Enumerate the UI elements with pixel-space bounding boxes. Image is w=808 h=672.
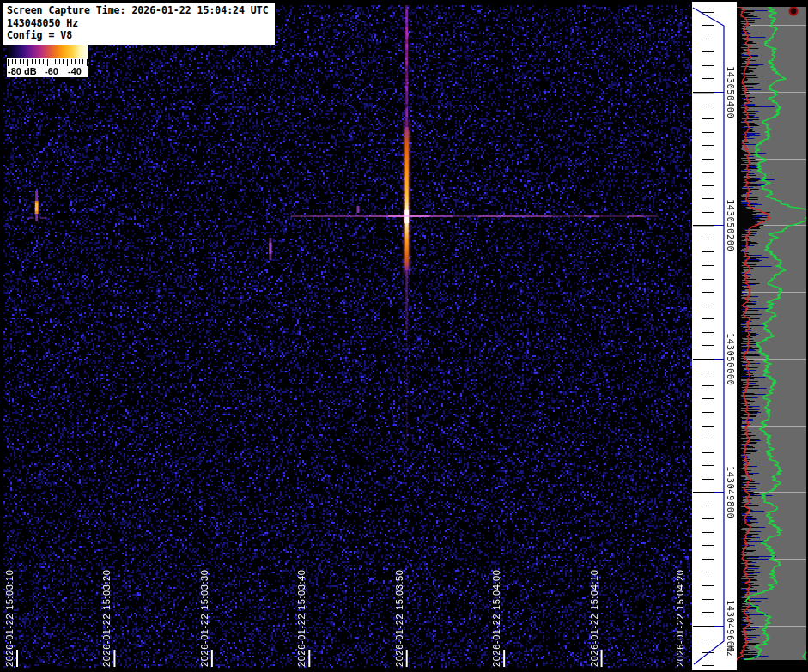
- time-label-0: 2026-01-22 15:03:10: [4, 569, 15, 667]
- colorbar-tick: [79, 59, 80, 64]
- colorbar-tick: [8, 59, 9, 66]
- colorbar-tick: [27, 59, 28, 66]
- colorbar-tick: [55, 59, 56, 64]
- colorbar-tick: [87, 59, 88, 66]
- freq-axis-unit: Hz: [726, 645, 736, 657]
- colorbar-tick: [47, 59, 48, 66]
- capture-time-text: Screen Capture Time: 2026-01-22 15:04:24…: [7, 4, 271, 17]
- colorbar-tick: [23, 59, 24, 64]
- colorbar-tick: [35, 59, 36, 64]
- time-label-7: 2026-01-22 15:04:20: [675, 569, 685, 667]
- colorbar-tick: [63, 59, 64, 64]
- freq-label-3: 143049800: [726, 466, 736, 518]
- capture-info-box: Screen Capture Time: 2026-01-22 15:04:24…: [3, 2, 276, 45]
- colorbar-tick: [12, 59, 13, 64]
- freq-label-1: 143050200: [726, 199, 736, 251]
- freq-label-2: 143050000: [726, 333, 736, 385]
- time-label-3: 2026-01-22 15:03:40: [296, 569, 307, 667]
- colorbar-tick: [67, 59, 68, 66]
- colorbar-tick: [15, 59, 16, 64]
- colorbar-gradient: [7, 45, 88, 58]
- colorbar: -80 dB -60 -40: [7, 45, 88, 77]
- colorbar-label-max: -40: [68, 66, 82, 76]
- config-text: Config = V8: [7, 29, 271, 42]
- freq-label-4: 143049600: [726, 600, 736, 652]
- colorbar-tick: [32, 59, 33, 64]
- time-label-4: 2026-01-22 15:03:50: [394, 569, 404, 667]
- freq-label-0: 143050400: [726, 66, 736, 118]
- spectrogram-app: Screen Capture Time: 2026-01-22 15:04:24…: [0, 0, 808, 672]
- colorbar-label-mid: -60: [45, 66, 58, 76]
- colorbar-tick: [71, 59, 72, 64]
- time-label-6: 2026-01-22 15:04:10: [589, 569, 599, 667]
- time-label-5: 2026-01-22 15:04:00: [491, 569, 501, 667]
- colorbar-tick: [52, 59, 52, 64]
- colorbar-tick: [39, 59, 40, 64]
- colorbar-tick: [82, 59, 83, 64]
- colorbar-tick: [75, 59, 76, 64]
- colorbar-tick: [20, 59, 21, 64]
- colorbar-tick: [59, 59, 60, 64]
- time-label-2: 2026-01-22 15:03:30: [199, 569, 210, 667]
- center-frequency-text: 143048050 Hz: [7, 17, 271, 30]
- colorbar-tick: [43, 59, 44, 64]
- colorbar-label-min: -80 dB: [8, 66, 37, 76]
- time-label-1: 2026-01-22 15:03:20: [101, 569, 112, 667]
